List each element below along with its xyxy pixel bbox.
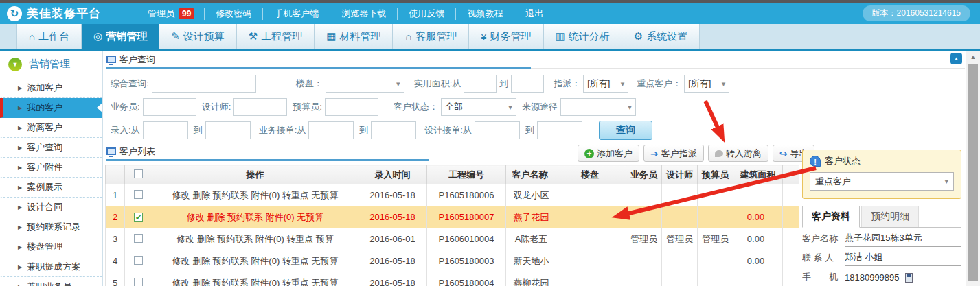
customer-status-select[interactable]: 重点客户 <box>810 172 954 191</box>
tab-statistics[interactable]: ▥统计分析 <box>544 24 622 49</box>
row-checkbox[interactable] <box>134 278 143 286</box>
cell-building-area: 0.00 <box>733 250 783 272</box>
key-customer-label: 重点客户： <box>637 78 681 90</box>
customer-status-select[interactable]: 全部 <box>441 98 516 116</box>
tab-finance[interactable]: ¥财务管理 <box>469 24 543 49</box>
estate-label: 楼盘： <box>296 78 323 90</box>
entry-to-input[interactable] <box>205 121 251 139</box>
row-actions[interactable]: 修改 删除 预约联系 附件(0) 转重点 无预算 <box>172 278 339 286</box>
designer-input[interactable] <box>233 98 287 116</box>
list-actions: +添加客户 ➔客户指派 转入游离 ↪导出 <box>578 145 814 162</box>
cell-customer-name: 双龙小区 <box>506 184 554 206</box>
query-button[interactable]: 查询 <box>599 121 652 140</box>
row-actions[interactable]: 修改 删除 预约联系 附件(0) 无预算 <box>187 212 323 222</box>
field-mobile: 手 机 18180999895 <box>802 266 961 285</box>
tab-materials[interactable]: ▦材料管理 <box>315 24 393 49</box>
user-name[interactable]: 管理员 <box>148 8 174 20</box>
cell-entry-date: 2016-06-01 <box>358 228 427 250</box>
tab-design-budget[interactable]: ✎设计预算 <box>159 24 237 49</box>
vertical-scrollbar[interactable]: ▲ <box>966 51 980 286</box>
collapse-circle-icon[interactable]: ▼ <box>8 58 22 71</box>
notification-badge[interactable]: 99 <box>179 8 194 19</box>
sidebar-item-design-contract[interactable]: 设计合同 <box>0 198 102 217</box>
tab-workbench[interactable]: ⌂工作台 <box>16 24 82 49</box>
usable-area-to-input[interactable] <box>511 75 544 93</box>
entry-from-input[interactable] <box>143 121 188 139</box>
sidebar-header[interactable]: ▼ 营销管理 <box>0 51 102 78</box>
sidebar-item-drift-customers[interactable]: 游离客户 <box>0 118 102 138</box>
design-order-from-input[interactable] <box>475 121 520 139</box>
design-order-to-input[interactable] <box>537 121 582 139</box>
sidebar-item-my-customers[interactable]: 我的客户 <box>0 98 102 118</box>
cell-building-area: 0.00 <box>733 206 783 228</box>
row-checkbox[interactable] <box>134 256 143 265</box>
cell-project-code: P1606010004 <box>427 228 506 250</box>
scrollbar-thumb[interactable] <box>968 64 978 281</box>
mobile-client-link[interactable]: 手机客户端 <box>262 8 330 20</box>
browser-download-link[interactable]: 浏览器下载 <box>330 8 397 20</box>
scroll-up-arrow[interactable]: ▲ <box>966 51 980 63</box>
version-badge: 版本：20160531214615 <box>863 5 970 21</box>
cell-building-area <box>733 184 783 206</box>
assign-select[interactable]: [所有] <box>583 75 628 93</box>
sidebar-item-parttime-sales[interactable]: 兼职业务员 <box>0 277 102 286</box>
salesman-input[interactable] <box>143 98 196 116</box>
cell-customer-name: 燕子花园 <box>506 206 554 228</box>
customer-table: 操作 录入时间 工程编号 客户名称 楼盘 业务员 设计师 预算员 建筑面积 1 … <box>105 165 799 286</box>
assign-customer-button[interactable]: ➔客户指派 <box>643 145 704 162</box>
change-password-link[interactable]: 修改密码 <box>204 8 262 20</box>
cell-entry-date: 2016-05-18 <box>358 250 427 272</box>
key-customer-select[interactable]: [所有] <box>684 75 729 93</box>
row-checkbox[interactable] <box>134 234 143 243</box>
row-checkbox[interactable] <box>134 190 143 199</box>
sidebar-item-appointment-records[interactable]: 预约联系记录 <box>0 217 102 237</box>
header-row-number <box>106 165 125 184</box>
move-to-drift-button[interactable]: 转入游离 <box>708 145 768 162</box>
phone-icon[interactable] <box>905 273 913 283</box>
estimator-input[interactable] <box>325 98 378 116</box>
sales-order-from-input[interactable] <box>308 121 354 139</box>
tab-customer-service[interactable]: ∩客服管理 <box>393 24 469 49</box>
logout-link[interactable]: 退出 <box>514 8 554 20</box>
tab-customer-info[interactable]: 客户资料 <box>802 206 860 228</box>
header-customer-name: 客户名称 <box>506 165 554 184</box>
chart-icon: ▥ <box>556 30 565 43</box>
top-menu: 管理员 99 修改密码 手机客户端 浏览器下载 使用反馈 视频教程 退出 <box>148 8 554 20</box>
tab-engineering[interactable]: ⚒工程管理 <box>237 24 315 49</box>
monitor-icon <box>106 147 116 155</box>
home-icon: ⌂ <box>29 31 35 43</box>
add-customer-button[interactable]: +添加客户 <box>578 145 639 162</box>
table-row: 1 修改 删除 预约联系 附件(0) 转重点 无预算 2016-05-18 P1… <box>106 184 799 206</box>
feedback-link[interactable]: 使用反馈 <box>397 8 455 20</box>
sidebar-item-customer-attachments[interactable]: 客户附件 <box>0 158 102 178</box>
source-channel-select[interactable] <box>560 98 636 116</box>
sidebar-item-estate-management[interactable]: 楼盘管理 <box>0 237 102 257</box>
select-all-checkbox[interactable] <box>134 169 143 178</box>
tab-appointment-detail[interactable]: 预约明细 <box>861 206 919 227</box>
table-row-selected: 2 ✔ 修改 删除 预约联系 附件(0) 无预算 2016-05-18 P160… <box>106 206 799 228</box>
estate-select[interactable] <box>326 75 404 93</box>
row-actions[interactable]: 修改 删除 预约联系 附件(0) 转重点 预算 <box>176 234 334 244</box>
video-tutorial-link[interactable]: 视频教程 <box>455 8 514 20</box>
row-checkbox-checked[interactable]: ✔ <box>134 213 143 222</box>
collapse-panel-button[interactable]: ▴ <box>950 53 962 64</box>
sidebar-item-add-customer[interactable]: 添加客户 <box>0 78 102 98</box>
row-actions[interactable]: 修改 删除 预约联系 附件(0) 转重点 无预算 <box>172 190 339 200</box>
header-actions: 操作 <box>152 165 358 184</box>
search-row-1: 综合查询: 楼盘： 实用面积:从 到 指派： [所有] 重点客户： [所有] <box>108 73 729 94</box>
usable-area-from-input[interactable] <box>464 75 497 93</box>
sidebar-item-customer-query[interactable]: 客户查询 <box>0 138 102 158</box>
app-logo: ↻ 美佳装修平台 <box>7 5 148 21</box>
sidebar-item-case-showcase[interactable]: 案例展示 <box>0 178 102 198</box>
row-actions[interactable]: 修改 删除 预约联系 附件(0) 转重点 无预算 <box>172 256 339 266</box>
tab-system-settings[interactable]: ⚙系统设置 <box>622 24 700 49</box>
sales-order-to-input[interactable] <box>371 121 416 139</box>
cell-project-code: P1605180003 <box>427 250 506 272</box>
combined-query-input[interactable] <box>152 75 256 93</box>
top-bar: ↻ 美佳装修平台 管理员 99 修改密码 手机客户端 浏览器下载 使用反馈 视频… <box>0 3 980 24</box>
sidebar-item-parttime-commission[interactable]: 兼职提成方案 <box>0 257 102 277</box>
tab-marketing[interactable]: ◎营销管理 <box>82 24 159 49</box>
cell-project-code: P1605180006 <box>427 184 506 206</box>
cell-customer-name: 新天地小 <box>506 250 554 272</box>
customer-status-label: 客户状态： <box>394 101 438 113</box>
